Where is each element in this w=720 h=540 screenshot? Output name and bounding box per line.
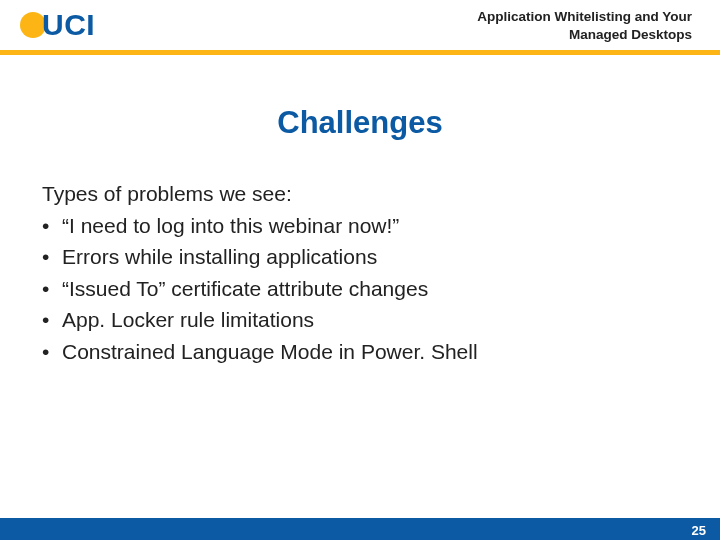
logo-text: UCI (42, 8, 95, 42)
list-item: • App. Locker rule limitations (42, 304, 680, 336)
slide: UCI Application Whitelisting and Your Ma… (0, 0, 720, 540)
page-number: 25 (692, 523, 706, 538)
footer-bar: 25 (0, 518, 720, 540)
bullet-icon: • (42, 273, 62, 305)
uci-logo: UCI (20, 8, 95, 42)
body-content: Types of problems we see: • “I need to l… (42, 178, 680, 367)
bullet-text: Errors while installing applications (62, 241, 680, 273)
bullet-icon: • (42, 210, 62, 242)
header-line1: Application Whitelisting and Your (477, 8, 692, 26)
lead-text: Types of problems we see: (42, 178, 680, 210)
list-item: • Constrained Language Mode in Power. Sh… (42, 336, 680, 368)
presentation-title: Application Whitelisting and Your Manage… (477, 8, 692, 44)
header: UCI Application Whitelisting and Your Ma… (0, 0, 720, 60)
bullet-text: “Issued To” certificate attribute change… (62, 273, 680, 305)
bullet-icon: • (42, 336, 62, 368)
bullet-text: App. Locker rule limitations (62, 304, 680, 336)
slide-title: Challenges (0, 105, 720, 141)
bullet-icon: • (42, 304, 62, 336)
list-item: • Errors while installing applications (42, 241, 680, 273)
list-item: • “I need to log into this webinar now!” (42, 210, 680, 242)
header-line2: Managed Desktops (477, 26, 692, 44)
bullet-list: • “I need to log into this webinar now!”… (42, 210, 680, 368)
bullet-icon: • (42, 241, 62, 273)
accent-bar (0, 50, 720, 55)
list-item: • “Issued To” certificate attribute chan… (42, 273, 680, 305)
bullet-text: Constrained Language Mode in Power. Shel… (62, 336, 680, 368)
bullet-text: “I need to log into this webinar now!” (62, 210, 680, 242)
